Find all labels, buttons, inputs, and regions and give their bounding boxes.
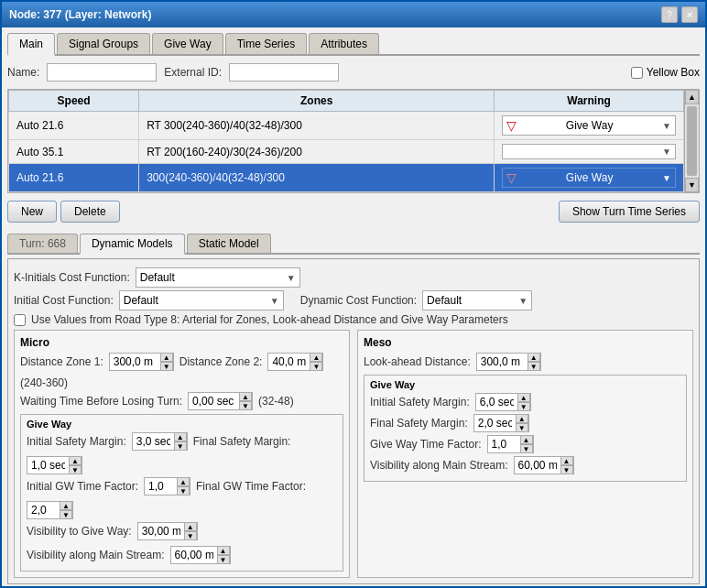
warning-dropdown[interactable]: ▽ Give Way ▼ bbox=[502, 168, 676, 188]
final-safety-up[interactable]: ▲ bbox=[69, 456, 82, 465]
cell-speed: Auto 35.1 bbox=[9, 140, 139, 164]
init-gw-time-up[interactable]: ▲ bbox=[177, 477, 190, 486]
init-safety-label: Initial Safety Margin: bbox=[27, 435, 126, 448]
table-row[interactable]: Auto 21.6 RT 300(240-360)/40(32-48)/300 … bbox=[9, 112, 684, 140]
meso-lookahead-down[interactable]: ▼ bbox=[528, 362, 540, 371]
table-row-selected[interactable]: Auto 21.6 300(240-360)/40(32-48)/300 ▽ G… bbox=[9, 164, 684, 192]
yellow-box-checkbox[interactable] bbox=[631, 67, 643, 79]
k-initials-select[interactable]: Default ▼ bbox=[136, 267, 300, 288]
meso-lookahead-input[interactable] bbox=[477, 354, 528, 370]
dist-zone1-input[interactable] bbox=[110, 354, 160, 370]
warning-dropdown[interactable]: ▼ bbox=[502, 144, 676, 159]
final-safety-spinner-btns: ▲ ▼ bbox=[69, 456, 82, 474]
wait-time-down[interactable]: ▼ bbox=[239, 401, 252, 410]
help-button[interactable]: ? bbox=[661, 6, 678, 23]
close-button[interactable]: ✕ bbox=[681, 6, 698, 23]
delete-button[interactable]: Delete bbox=[60, 201, 120, 223]
meso-lookahead-up[interactable]: ▲ bbox=[528, 353, 540, 362]
meso-gw-time-spinner[interactable]: ▲ ▼ bbox=[487, 435, 534, 453]
init-gw-time-input[interactable] bbox=[145, 478, 177, 495]
tab-dynamic-models[interactable]: Dynamic Models bbox=[80, 234, 185, 255]
visibility-row: Visibility to Give Way: ▲ ▼ Visibility a… bbox=[27, 522, 337, 564]
meso-visibility-main-input[interactable] bbox=[515, 457, 560, 474]
tab-signal-groups[interactable]: Signal Groups bbox=[57, 33, 150, 54]
tab-give-way[interactable]: Give Way bbox=[152, 33, 223, 54]
visibility-main-up[interactable]: ▲ bbox=[217, 546, 230, 555]
visibility-up[interactable]: ▲ bbox=[184, 522, 197, 531]
initial-cost-select[interactable]: Default ▼ bbox=[119, 290, 284, 310]
final-gw-time-down[interactable]: ▼ bbox=[60, 510, 72, 519]
final-safety-input[interactable] bbox=[27, 457, 69, 474]
meso-visibility-main-spinner[interactable]: ▲ ▼ bbox=[514, 456, 574, 474]
visibility-main-spinner[interactable]: ▲ ▼ bbox=[170, 546, 231, 564]
dist-zone2-spinner[interactable]: ▲ ▼ bbox=[267, 353, 323, 371]
meso-init-safety-spinner[interactable]: ▲ ▼ bbox=[475, 393, 531, 411]
meso-final-safety-spinner[interactable]: ▲ ▼ bbox=[473, 414, 529, 432]
k-initials-value: Default bbox=[140, 271, 175, 284]
meso-final-safety-input[interactable] bbox=[474, 415, 516, 431]
dynamic-cost-select[interactable]: Default ▼ bbox=[422, 290, 532, 310]
final-gw-time-spinner[interactable]: ▲ ▼ bbox=[27, 501, 73, 519]
cell-zones: 300(240-360)/40(32-48)/300 bbox=[139, 164, 495, 192]
wait-time-up[interactable]: ▲ bbox=[239, 392, 252, 401]
table-row[interactable]: Auto 35.1 RT 200(160-240)/30(24-36)/200 … bbox=[9, 140, 684, 164]
meso-init-safety-input[interactable] bbox=[476, 394, 517, 410]
tab-static-model[interactable]: Static Model bbox=[187, 234, 271, 253]
table-scrollbar[interactable]: ▲ ▼ bbox=[684, 90, 699, 192]
tab-time-series[interactable]: Time Series bbox=[225, 33, 308, 54]
init-safety-spinner[interactable]: ▲ ▼ bbox=[132, 432, 188, 451]
visibility-main-input[interactable] bbox=[171, 547, 217, 563]
init-safety-input[interactable] bbox=[133, 433, 174, 450]
meso-visibility-main-down[interactable]: ▼ bbox=[560, 465, 573, 474]
meso-final-safety-down[interactable]: ▼ bbox=[516, 423, 528, 432]
meso-gw-time-down[interactable]: ▼ bbox=[520, 444, 533, 453]
new-button[interactable]: New bbox=[7, 201, 57, 223]
dist-zone2-down[interactable]: ▼ bbox=[310, 362, 322, 371]
name-input[interactable] bbox=[47, 63, 157, 82]
wait-time-spinner[interactable]: ▲ ▼ bbox=[188, 392, 253, 410]
tab-attributes[interactable]: Attributes bbox=[309, 33, 379, 54]
data-table-container: Speed Zones Warning Auto 21.6 RT 300(240… bbox=[7, 89, 700, 193]
meso-lookahead-spinner[interactable]: ▲ ▼ bbox=[476, 353, 541, 371]
scroll-thumb[interactable] bbox=[687, 106, 697, 176]
scroll-down-button[interactable]: ▼ bbox=[685, 178, 699, 192]
scroll-up-button[interactable]: ▲ bbox=[685, 90, 699, 104]
road-type-checkbox[interactable] bbox=[14, 314, 26, 326]
final-safety-down[interactable]: ▼ bbox=[69, 465, 82, 474]
meso-gw-time-label: Give Way Time Factor: bbox=[370, 438, 482, 451]
meso-gw-time-input[interactable] bbox=[488, 436, 520, 452]
visibility-down[interactable]: ▼ bbox=[184, 531, 197, 540]
init-gw-time-spinner[interactable]: ▲ ▼ bbox=[144, 477, 190, 495]
dynamic-models-section: K-Initials Cost Function: Default ▼ Init… bbox=[7, 258, 700, 584]
visibility-main-down[interactable]: ▼ bbox=[217, 555, 230, 564]
show-turn-time-series-button[interactable]: Show Turn Time Series bbox=[559, 201, 700, 223]
init-safety-up[interactable]: ▲ bbox=[174, 432, 187, 441]
visibility-spinner[interactable]: ▲ ▼ bbox=[137, 522, 198, 540]
dist-zone2-input[interactable] bbox=[268, 354, 310, 370]
meso-final-safety-row: Final Safety Margin: ▲ ▼ bbox=[370, 414, 680, 432]
wait-time-input[interactable] bbox=[189, 393, 239, 409]
meso-visibility-main-up[interactable]: ▲ bbox=[560, 456, 573, 465]
dist-zone1-down[interactable]: ▼ bbox=[160, 362, 173, 371]
init-safety-down[interactable]: ▼ bbox=[174, 441, 187, 451]
meso-init-safety-down[interactable]: ▼ bbox=[517, 402, 530, 411]
final-safety-spinner[interactable]: ▲ ▼ bbox=[27, 456, 82, 474]
dist-zone1-up[interactable]: ▲ bbox=[160, 353, 173, 362]
dropdown-arrow: ▼ bbox=[662, 173, 671, 183]
final-gw-time-btns: ▲ ▼ bbox=[60, 501, 72, 519]
dist-zone1-spinner[interactable]: ▲ ▼ bbox=[109, 353, 174, 371]
meso-init-safety-up[interactable]: ▲ bbox=[517, 393, 530, 402]
meso-lookahead-btns: ▲ ▼ bbox=[528, 353, 540, 371]
init-gw-time-down[interactable]: ▼ bbox=[177, 486, 190, 495]
ext-id-input[interactable] bbox=[229, 63, 339, 82]
turn-label: Turn: 668 bbox=[19, 237, 66, 250]
final-gw-time-up[interactable]: ▲ bbox=[60, 501, 72, 510]
warning-dropdown[interactable]: ▽ Give Way ▼ bbox=[502, 115, 676, 136]
dist-zone2-up[interactable]: ▲ bbox=[310, 353, 322, 362]
visibility-input[interactable] bbox=[138, 523, 184, 539]
dist-zone1-row: Distance Zone 1: ▲ ▼ Distance Zone 2: bbox=[20, 353, 343, 389]
tab-main[interactable]: Main bbox=[7, 33, 55, 56]
final-gw-time-input[interactable] bbox=[27, 502, 60, 518]
meso-gw-time-up[interactable]: ▲ bbox=[520, 435, 533, 444]
meso-final-safety-up[interactable]: ▲ bbox=[516, 414, 528, 423]
